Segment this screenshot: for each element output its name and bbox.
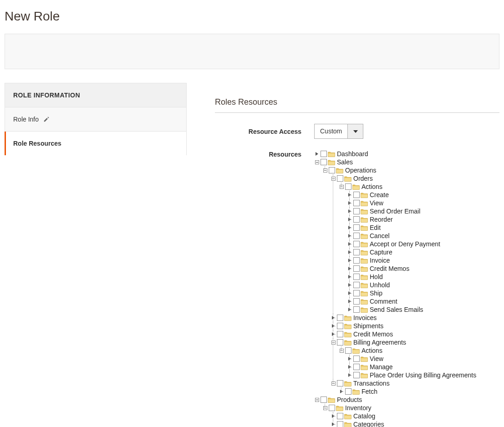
tree-checkbox[interactable]: [353, 372, 360, 378]
tree-expand-icon[interactable]: [347, 356, 352, 361]
tree-expand-icon[interactable]: [331, 413, 336, 419]
tree-expand-icon[interactable]: [347, 290, 352, 296]
tree-node-label[interactable]: Invoice: [370, 256, 390, 264]
tree-node-label[interactable]: Categories: [353, 420, 384, 427]
tree-collapse-icon[interactable]: [322, 168, 328, 173]
tree-expand-icon[interactable]: [347, 217, 352, 222]
tree-node-label[interactable]: Transactions: [353, 379, 390, 387]
tree-checkbox[interactable]: [337, 339, 343, 346]
tree-node-label[interactable]: Fetch: [361, 387, 377, 396]
tree-checkbox[interactable]: [353, 364, 360, 370]
tree-collapse-icon[interactable]: [314, 159, 320, 165]
tree-checkbox[interactable]: [353, 249, 360, 255]
tree-expand-icon[interactable]: [331, 315, 336, 320]
tree-checkbox[interactable]: [337, 175, 343, 182]
tree-checkbox[interactable]: [353, 241, 360, 247]
tree-checkbox[interactable]: [321, 396, 327, 403]
tree-node-label[interactable]: View: [370, 355, 383, 363]
tree-node-label[interactable]: Cancel: [370, 232, 390, 240]
tree-checkbox[interactable]: [353, 224, 360, 231]
tree-expand-icon[interactable]: [347, 299, 352, 304]
tree-node-label[interactable]: Ship: [370, 289, 382, 297]
tree-checkbox[interactable]: [353, 265, 360, 272]
tree-node-label[interactable]: Manage: [370, 363, 393, 371]
tree-expand-icon[interactable]: [339, 389, 344, 394]
tree-checkbox[interactable]: [329, 405, 335, 411]
tree-checkbox[interactable]: [337, 421, 343, 427]
tree-checkbox[interactable]: [345, 347, 351, 354]
tree-node-label[interactable]: Hold: [370, 273, 383, 281]
tree-node-label[interactable]: Create: [370, 191, 389, 199]
tree-expand-icon[interactable]: [347, 307, 352, 312]
tree-checkbox[interactable]: [337, 380, 343, 386]
tree-checkbox[interactable]: [353, 306, 360, 313]
tree-node-label[interactable]: Shipments: [353, 322, 383, 330]
tree-node-label[interactable]: Credit Memos: [353, 330, 393, 338]
tree-checkbox[interactable]: [337, 315, 343, 321]
tree-expand-icon[interactable]: [347, 372, 352, 378]
tree-node-label[interactable]: Send Sales Emails: [370, 305, 423, 314]
tree-checkbox[interactable]: [321, 151, 327, 157]
tree-checkbox[interactable]: [353, 356, 360, 362]
tree-expand-icon[interactable]: [331, 323, 336, 329]
tree-node-label[interactable]: Actions: [361, 346, 382, 355]
tree-checkbox[interactable]: [329, 167, 335, 173]
tree-node-label[interactable]: Billing Agreements: [353, 338, 406, 346]
tree-expand-icon[interactable]: [347, 266, 352, 271]
tree-node-label[interactable]: Invoices: [353, 314, 377, 322]
sidebar-item-role-info[interactable]: Role Info: [5, 107, 187, 132]
tree-expand-icon[interactable]: [331, 331, 336, 337]
tree-expand-icon[interactable]: [347, 282, 352, 288]
tree-node-label[interactable]: Unhold: [370, 281, 390, 289]
tree-collapse-icon[interactable]: [314, 397, 320, 402]
tree-collapse-icon[interactable]: [339, 348, 344, 353]
tree-expand-icon[interactable]: [347, 192, 352, 198]
tree-checkbox[interactable]: [353, 208, 360, 214]
tree-node-label[interactable]: Actions: [361, 183, 382, 191]
tree-node-label[interactable]: Credit Memos: [370, 264, 409, 273]
tree-collapse-icon[interactable]: [331, 176, 336, 181]
tree-checkbox[interactable]: [337, 331, 343, 337]
tree-node-label[interactable]: Accept or Deny Payment: [370, 240, 440, 248]
tree-checkbox[interactable]: [337, 413, 343, 419]
tree-node-label[interactable]: View: [370, 199, 383, 207]
tree-expand-icon[interactable]: [347, 208, 352, 214]
tree-expand-icon[interactable]: [347, 249, 352, 255]
tree-node-label[interactable]: Products: [337, 396, 362, 404]
tree-expand-icon[interactable]: [347, 233, 352, 239]
tree-checkbox[interactable]: [353, 282, 360, 288]
tree-checkbox[interactable]: [353, 298, 360, 305]
tree-node-label[interactable]: Edit: [370, 224, 381, 232]
tree-node-label[interactable]: Inventory: [345, 404, 372, 412]
tree-expand-icon[interactable]: [314, 151, 320, 157]
tree-checkbox[interactable]: [353, 233, 360, 239]
tree-collapse-icon[interactable]: [331, 381, 336, 386]
tree-expand-icon[interactable]: [347, 200, 352, 206]
tree-node-label[interactable]: Catalog: [353, 412, 375, 420]
tree-expand-icon[interactable]: [347, 364, 352, 370]
tree-expand-icon[interactable]: [347, 274, 352, 280]
tree-collapse-icon[interactable]: [339, 184, 344, 189]
tree-node-label[interactable]: Send Order Email: [370, 207, 420, 215]
tree-collapse-icon[interactable]: [322, 405, 328, 411]
tree-checkbox[interactable]: [345, 183, 351, 190]
tree-checkbox[interactable]: [353, 216, 360, 223]
tree-expand-icon[interactable]: [347, 258, 352, 263]
resource-access-select[interactable]: Custom: [314, 124, 363, 139]
tree-checkbox[interactable]: [337, 323, 343, 329]
tree-node-label[interactable]: Sales: [337, 158, 353, 166]
tree-node-label[interactable]: Capture: [370, 248, 392, 256]
tree-checkbox[interactable]: [353, 192, 360, 198]
tree-collapse-icon[interactable]: [331, 340, 336, 345]
tree-checkbox[interactable]: [353, 200, 360, 206]
tree-node-label[interactable]: Place Order Using Billing Agreements: [370, 371, 476, 379]
tree-node-label[interactable]: Dashboard: [337, 150, 368, 158]
tree-node-label[interactable]: Comment: [370, 297, 397, 305]
tree-expand-icon[interactable]: [347, 225, 352, 230]
tree-node-label[interactable]: Reorder: [370, 215, 393, 224]
select-toggle[interactable]: [348, 124, 363, 139]
tree-checkbox[interactable]: [353, 257, 360, 264]
tree-checkbox[interactable]: [353, 290, 360, 296]
tree-checkbox[interactable]: [345, 388, 351, 395]
tree-checkbox[interactable]: [321, 159, 327, 165]
